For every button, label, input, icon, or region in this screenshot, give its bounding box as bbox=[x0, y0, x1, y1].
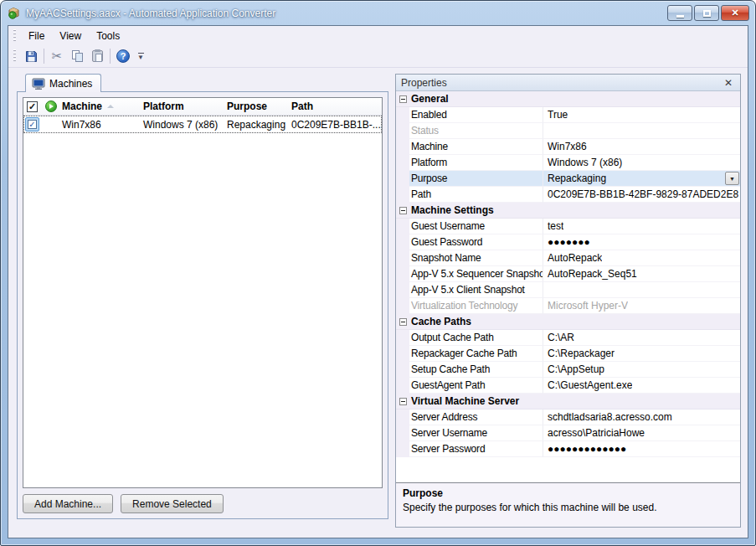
property-value[interactable]: acresso\PatriciaHowe bbox=[543, 425, 740, 441]
collapse-icon[interactable] bbox=[399, 318, 407, 326]
property-value[interactable]: C:\Repackager bbox=[543, 346, 740, 362]
tab-machines[interactable]: Machines bbox=[25, 74, 101, 92]
property-row[interactable]: App-V 5.x Sequencer SnapshotAutoRepack_S… bbox=[396, 266, 740, 282]
property-value[interactable]: AutoRepack_Seq51 bbox=[543, 266, 740, 282]
property-value[interactable]: schdtladsaria8.acresso.com bbox=[543, 410, 740, 425]
property-name[interactable]: Server Password bbox=[409, 441, 543, 457]
close-properties-button[interactable]: ✕ bbox=[722, 77, 735, 89]
property-name[interactable]: Platform bbox=[409, 155, 543, 171]
property-value[interactable]: Win7x86 bbox=[543, 139, 740, 155]
property-grid[interactable]: GeneralEnabledTrueStatusMachineWin7x86Pl… bbox=[396, 91, 740, 482]
title-bar[interactable]: MyAACSettings.aacx - Automated Applicati… bbox=[1, 1, 755, 25]
property-value[interactable]: AutoRepack bbox=[543, 250, 740, 266]
paste-button[interactable] bbox=[87, 47, 107, 65]
minimize-button[interactable] bbox=[667, 5, 692, 21]
property-name[interactable]: Guest Username bbox=[409, 219, 543, 234]
property-row[interactable]: GuestAgent PathC:\GuestAgent.exe bbox=[396, 378, 740, 394]
property-row[interactable]: MachineWin7x86 bbox=[396, 139, 740, 155]
property-row[interactable]: Path0C209E7B-BB1B-42BF-9829-87ADED2E8 bbox=[396, 187, 740, 203]
toolbar-grip[interactable] bbox=[13, 49, 18, 63]
cell-platform[interactable]: Windows 7 (x86) bbox=[143, 119, 227, 131]
run-column-header[interactable] bbox=[41, 100, 60, 112]
property-row[interactable]: PlatformWindows 7 (x86) bbox=[396, 155, 740, 171]
property-value[interactable]: Windows 7 (x86) bbox=[543, 155, 740, 171]
property-row[interactable]: PurposeRepackaging▼ bbox=[396, 171, 740, 187]
property-row[interactable]: Server Addressschdtladsaria8.acresso.com bbox=[396, 410, 740, 425]
property-category[interactable]: General bbox=[396, 91, 740, 107]
property-row[interactable]: EnabledTrue bbox=[396, 107, 740, 123]
save-button[interactable] bbox=[21, 47, 41, 65]
property-category[interactable]: Virtual Machine Server bbox=[396, 394, 740, 410]
menu-file[interactable]: File bbox=[21, 28, 52, 44]
dropdown-button[interactable]: ▼ bbox=[725, 172, 739, 185]
cut-button[interactable]: ✂ bbox=[47, 47, 67, 65]
machine-row[interactable]: ✓ Win7x86 Windows 7 (x86) Repackaging 0C… bbox=[23, 116, 382, 133]
property-name[interactable]: Setup Cache Path bbox=[409, 362, 543, 378]
property-name[interactable]: Repackager Cache Path bbox=[409, 346, 543, 362]
property-value[interactable]: ●●●●●●● bbox=[543, 234, 740, 250]
remove-selected-button[interactable]: Remove Selected bbox=[121, 494, 224, 513]
property-value[interactable]: C:\AppSetup bbox=[543, 362, 740, 378]
column-header-purpose[interactable]: Purpose bbox=[227, 100, 291, 112]
maximize-button[interactable] bbox=[694, 5, 719, 21]
property-row[interactable]: Guest Usernametest bbox=[396, 219, 740, 234]
property-name[interactable]: Snapshot Name bbox=[409, 250, 543, 266]
property-name[interactable]: Status bbox=[409, 123, 543, 139]
collapse-icon[interactable] bbox=[399, 207, 407, 214]
add-machine-button[interactable]: Add Machine... bbox=[23, 494, 113, 513]
property-row[interactable]: Server Usernameacresso\PatriciaHowe bbox=[396, 425, 740, 441]
property-value[interactable] bbox=[543, 282, 740, 298]
property-value[interactable] bbox=[543, 123, 740, 139]
column-header-machine[interactable]: Machine bbox=[60, 100, 143, 112]
cell-path[interactable]: 0C209E7B-BB1B-... bbox=[291, 119, 382, 131]
property-value[interactable]: test bbox=[543, 219, 740, 234]
machine-list[interactable]: ✓ Machine Platform Purpose Path ✓ Win7x8… bbox=[23, 97, 383, 488]
cell-purpose[interactable]: Repackaging bbox=[227, 119, 291, 131]
property-row[interactable]: Snapshot NameAutoRepack bbox=[396, 250, 740, 266]
property-row[interactable]: Repackager Cache PathC:\Repackager bbox=[396, 346, 740, 362]
property-name[interactable]: Virtualization Technology bbox=[409, 298, 543, 314]
property-value[interactable]: ●●●●●●●●●●●●● bbox=[543, 441, 740, 457]
property-row[interactable]: Guest Password●●●●●●● bbox=[396, 234, 740, 250]
property-name[interactable]: Server Username bbox=[409, 425, 543, 441]
toolbar-options-button[interactable]: ▼ bbox=[135, 47, 147, 65]
collapse-icon[interactable] bbox=[399, 398, 407, 405]
property-value[interactable]: True bbox=[543, 107, 740, 123]
property-row[interactable]: Server Password●●●●●●●●●●●●● bbox=[396, 441, 740, 457]
menu-tools[interactable]: Tools bbox=[89, 28, 127, 44]
property-row[interactable]: Status bbox=[396, 123, 740, 139]
menu-view[interactable]: View bbox=[52, 28, 89, 44]
property-category[interactable]: Cache Paths bbox=[396, 314, 740, 330]
property-row[interactable]: Output Cache PathC:\AR bbox=[396, 330, 740, 346]
property-name[interactable]: Enabled bbox=[409, 107, 543, 123]
property-name[interactable]: App-V 5.x Sequencer Snapshot bbox=[409, 266, 543, 282]
property-value[interactable]: C:\GuestAgent.exe bbox=[543, 378, 740, 394]
property-row[interactable]: Virtualization TechnologyMicrosoft Hyper… bbox=[396, 298, 740, 314]
property-row[interactable]: App-V 5.x Client Snapshot bbox=[396, 282, 740, 298]
property-value[interactable]: 0C209E7B-BB1B-42BF-9829-87ADED2E8 bbox=[543, 187, 740, 203]
property-name[interactable]: Purpose bbox=[409, 171, 543, 187]
column-header-path[interactable]: Path bbox=[291, 100, 382, 112]
property-name[interactable]: Machine bbox=[409, 139, 543, 155]
select-all-checkbox[interactable]: ✓ bbox=[27, 101, 38, 112]
row-checkbox[interactable]: ✓ bbox=[28, 120, 37, 129]
copy-button[interactable] bbox=[67, 47, 87, 65]
menubar-grip[interactable] bbox=[13, 29, 18, 43]
close-button[interactable]: ✕ bbox=[721, 5, 749, 21]
property-name[interactable]: App-V 5.x Client Snapshot bbox=[409, 282, 543, 298]
property-name[interactable]: Guest Password bbox=[409, 234, 543, 250]
property-value[interactable]: C:\AR bbox=[543, 330, 740, 346]
help-button[interactable]: ? bbox=[113, 47, 133, 65]
select-all-column-header[interactable]: ✓ bbox=[23, 101, 41, 112]
property-name[interactable]: Path bbox=[409, 187, 543, 203]
column-header-platform[interactable]: Platform bbox=[143, 100, 227, 112]
property-value[interactable]: Repackaging▼ bbox=[543, 171, 740, 187]
property-name[interactable]: Output Cache Path bbox=[409, 330, 543, 346]
property-row[interactable]: Setup Cache PathC:\AppSetup bbox=[396, 362, 740, 378]
property-category[interactable]: Machine Settings bbox=[396, 203, 740, 219]
property-name[interactable]: Server Address bbox=[409, 410, 543, 425]
property-value[interactable]: Microsoft Hyper-V bbox=[543, 298, 740, 314]
cell-machine[interactable]: Win7x86 bbox=[60, 119, 143, 131]
property-name[interactable]: GuestAgent Path bbox=[409, 378, 543, 394]
collapse-icon[interactable] bbox=[399, 95, 407, 103]
